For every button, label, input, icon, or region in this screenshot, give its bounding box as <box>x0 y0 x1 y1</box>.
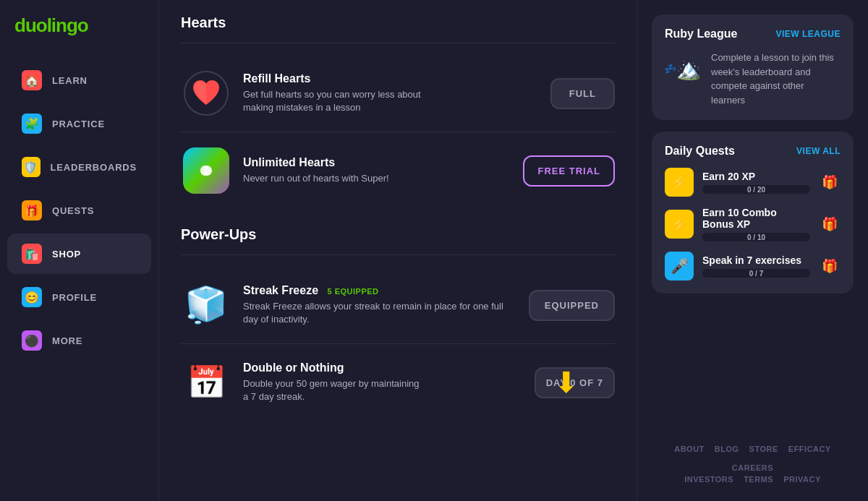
double-nothing-icon-wrap: 📅 <box>181 357 231 408</box>
sidebar: duolingo 🏠 LEARN 🧩 PRACTICE 🛡️ LEADERBOA… <box>0 0 159 501</box>
sidebar-label-profile: PROFILE <box>52 292 97 303</box>
quest-progress-bar-1: 0 / 20 <box>702 185 810 194</box>
quests-widget: Daily Quests VIEW ALL ⚡ Earn 20 XP 0 / 2… <box>652 132 854 294</box>
equipped-button[interactable]: EQUIPPED <box>529 290 615 321</box>
refill-hearts-button[interactable]: FULL <box>550 78 615 109</box>
view-all-link[interactable]: VIEW ALL <box>796 146 841 156</box>
refill-hearts-item: Refill Hearts Get full hearts so you can… <box>181 55 615 132</box>
double-nothing-item: 📅 Double or Nothing Double your 50 gem w… <box>181 344 615 421</box>
footer-row-1: ABOUT BLOG STORE EFFICACY CAREERS <box>652 445 854 472</box>
main-content: Hearts Refill Hearts Get full hearts so … <box>159 0 637 501</box>
quests-title: Daily Quests <box>665 145 735 158</box>
quest-info-1: Earn 20 XP 0 / 20 <box>702 171 810 194</box>
double-nothing-name: Double or Nothing <box>243 361 523 374</box>
quests-icon: 🎁 <box>22 200 42 220</box>
quest-name-2: Earn 10 Combo Bonus XP <box>702 207 810 230</box>
arrow-indicator: ⬇ <box>554 366 579 399</box>
quests-widget-header: Daily Quests VIEW ALL <box>665 145 841 158</box>
down-arrow-icon: ⬇ <box>554 367 579 398</box>
refill-hearts-icon <box>181 68 231 119</box>
footer-efficacy[interactable]: EFFICACY <box>788 445 831 453</box>
refill-hearts-desc: Get full hearts so you can worry less ab… <box>243 88 539 114</box>
quest-reward-3: 🎁 <box>819 255 841 277</box>
quest-item-2: ⚡ Earn 10 Combo Bonus XP 0 / 10 🎁 <box>665 207 841 241</box>
sidebar-item-profile[interactable]: 😊 PROFILE <box>7 277 151 317</box>
quest-bolt-icon-2: ⚡ <box>665 210 694 239</box>
sidebar-label-leaderboards: LEADERBOARDS <box>51 162 137 173</box>
hearts-title: Hearts <box>181 14 615 31</box>
sidebar-item-leaderboards[interactable]: 🛡️ LEADERBOARDS <box>7 147 151 187</box>
quest-name-3: Speak in 7 exercises <box>702 254 810 266</box>
sidebar-label-more: MORE <box>52 335 82 346</box>
streak-freeze-icon: 🧊 <box>183 282 229 328</box>
quest-bolt-icon-1: ⚡ <box>665 168 694 197</box>
sidebar-label-quests: QUESTS <box>52 205 94 216</box>
quest-name-1: Earn 20 XP <box>702 171 810 182</box>
quest-mic-icon: 🎤 <box>665 252 694 281</box>
footer-investors[interactable]: INVESTORS <box>684 475 733 484</box>
profile-icon: 😊 <box>22 287 42 307</box>
footer-terms[interactable]: TERMS <box>744 475 773 484</box>
sidebar-item-learn[interactable]: 🏠 LEARN <box>7 60 151 100</box>
powerups-divider <box>181 254 615 255</box>
unlimited-hearts-info: Unlimited Hearts Never run out of hearts… <box>243 156 511 185</box>
footer-links: ABOUT BLOG STORE EFFICACY CAREERS INVEST… <box>652 445 854 487</box>
sidebar-label-learn: LEARN <box>52 75 88 86</box>
streak-freeze-name: Streak Freeze 5 EQUIPPED <box>243 284 517 297</box>
right-sidebar: Ruby League VIEW LEAGUE 💤 🏔️ Complete a … <box>637 0 868 501</box>
quest-info-2: Earn 10 Combo Bonus XP 0 / 10 <box>702 207 810 241</box>
footer-privacy[interactable]: PRIVACY <box>783 475 821 484</box>
view-league-link[interactable]: VIEW LEAGUE <box>775 29 841 39</box>
sidebar-item-practice[interactable]: 🧩 PRACTICE <box>7 103 151 144</box>
league-widget-header: Ruby League VIEW LEAGUE <box>665 27 841 40</box>
league-title: Ruby League <box>665 27 737 40</box>
unlimited-hearts-icon <box>181 145 231 196</box>
unlimited-hearts-desc: Never run out of hearts with Super! <box>243 172 511 185</box>
refill-hearts-name: Refill Hearts <box>243 72 539 85</box>
leaderboards-icon: 🛡️ <box>22 157 41 177</box>
footer-about[interactable]: ABOUT <box>674 445 705 453</box>
footer-blog[interactable]: BLOG <box>715 445 739 453</box>
sidebar-item-quests[interactable]: 🎁 QUESTS <box>7 190 151 231</box>
league-content: 💤 🏔️ Complete a lesson to join this week… <box>665 51 841 107</box>
sidebar-item-more[interactable]: ⚫ MORE <box>7 320 151 361</box>
streak-freeze-desc: Streak Freeze allows your streak to rema… <box>243 300 517 326</box>
quest-reward-2: 🎁 <box>819 213 841 235</box>
sidebar-label-shop: SHOP <box>52 249 81 260</box>
quest-info-3: Speak in 7 exercises 0 / 7 <box>702 254 810 278</box>
quest-progress-bar-2: 0 / 10 <box>702 233 810 241</box>
streak-freeze-button-wrap: EQUIPPED <box>529 290 615 321</box>
hearts-divider <box>181 43 615 43</box>
quest-item-3: 🎤 Speak in 7 exercises 0 / 7 🎁 <box>665 252 841 281</box>
double-nothing-icon: 📅 <box>183 359 229 406</box>
footer-store[interactable]: STORE <box>749 445 778 453</box>
hearts-section: Hearts Refill Hearts Get full hearts so … <box>181 14 615 209</box>
practice-icon: 🧩 <box>22 114 42 134</box>
footer-careers[interactable]: CAREERS <box>732 463 773 472</box>
unlimited-hearts-name: Unlimited Hearts <box>243 156 511 169</box>
learn-icon: 🏠 <box>22 70 42 90</box>
streak-freeze-icon-wrap: 🧊 <box>181 280 231 330</box>
quest-progress-text-3: 0 / 7 <box>749 270 763 278</box>
sidebar-label-practice: PRACTICE <box>52 119 105 129</box>
more-icon: ⚫ <box>22 330 42 351</box>
footer-row-2: INVESTORS TERMS PRIVACY <box>652 475 854 484</box>
streak-freeze-item: 🧊 Streak Freeze 5 EQUIPPED Streak Freeze… <box>181 267 615 344</box>
streak-freeze-info: Streak Freeze 5 EQUIPPED Streak Freeze a… <box>243 284 517 326</box>
app-logo: duolingo <box>0 14 158 59</box>
quest-progress-text-1: 0 / 20 <box>747 186 765 194</box>
infinite-icon <box>183 147 229 194</box>
quest-item-1: ⚡ Earn 20 XP 0 / 20 🎁 <box>665 168 841 197</box>
quest-progress-bar-3: 0 / 7 <box>702 269 810 278</box>
double-nothing-desc: Double your 50 gem wager by maintaining … <box>243 377 523 403</box>
free-trial-button[interactable]: FREE TRIAL <box>523 155 615 187</box>
sidebar-item-shop[interactable]: 🛍️ SHOP <box>7 234 151 274</box>
quest-progress-text-2: 0 / 10 <box>747 234 765 241</box>
streak-freeze-badge: 5 EQUIPPED <box>328 287 379 296</box>
quest-reward-1: 🎁 <box>819 171 841 193</box>
unlimited-hearts-item: Unlimited Hearts Never run out of hearts… <box>181 132 615 209</box>
shop-icon: 🛍️ <box>22 244 42 264</box>
double-nothing-info: Double or Nothing Double your 50 gem wag… <box>243 361 523 403</box>
powerups-section: Power-Ups 🧊 Streak Freeze 5 EQUIPPED Str… <box>181 226 615 421</box>
refill-hearts-info: Refill Hearts Get full hearts so you can… <box>243 72 539 114</box>
